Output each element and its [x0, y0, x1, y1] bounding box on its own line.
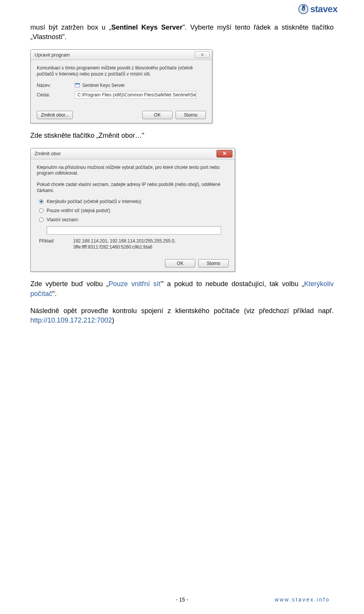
- example-value: 192.168.114.201, 192.168.114.201/255.255…: [73, 238, 229, 250]
- close-button[interactable]: ✕: [195, 51, 210, 58]
- path-label: Cesta:: [37, 92, 71, 98]
- page-footer: - 15 - www.stavex.info: [0, 597, 364, 603]
- change-scope-button[interactable]: Změnit obor...: [37, 111, 73, 119]
- dialog-description: Komunikaci s tímto programem můžete povo…: [37, 65, 206, 77]
- example-label: Příklad:: [39, 238, 69, 250]
- close-button[interactable]: ✕: [217, 150, 232, 157]
- cancel-button[interactable]: Storno: [176, 111, 206, 119]
- ok-button[interactable]: OK: [142, 111, 173, 119]
- brand-logo: stavex: [298, 4, 337, 14]
- path-value: C:\Program Files (x86)\Common Files\Safe…: [75, 91, 196, 99]
- page-number: - 15 -: [176, 597, 188, 603]
- ok-button[interactable]: OK: [165, 259, 195, 268]
- svg-rect-5: [75, 83, 80, 84]
- program-icon: [75, 83, 80, 88]
- footer-site: www.stavex.info: [275, 597, 330, 603]
- name-label: Název:: [37, 83, 71, 88]
- svg-point-3: [303, 8, 304, 10]
- brand-text: stavex: [310, 4, 337, 14]
- radio-icon: [39, 217, 44, 222]
- titlebar: Upravit program ✕: [31, 50, 212, 60]
- titlebar: Změnit obor ✕: [31, 148, 235, 159]
- paragraph-2: Zde stiskněte tlačítko „Změnit obor…": [30, 131, 334, 140]
- close-icon: ✕: [223, 151, 227, 156]
- custom-list-input[interactable]: [47, 226, 221, 235]
- change-scope-dialog: Změnit obor ✕ Klepnutím na příslušnou mo…: [30, 148, 235, 272]
- radio-label: Pouze vnitřní síť (stejná podsíť): [47, 208, 110, 213]
- cancel-button[interactable]: Storno: [198, 259, 229, 268]
- dialog-title: Změnit obor: [35, 151, 61, 156]
- radio-icon: [39, 199, 44, 204]
- dialog-description-1: Klepnutím na příslušnou možnost můžete v…: [37, 165, 229, 176]
- paragraph-4: Následně opět proveďte kontrolu spojení …: [30, 306, 334, 325]
- dialog-description-2: Pokud chcete zadat vlastní seznam, zadej…: [37, 182, 229, 194]
- radio-local-network[interactable]: Pouze vnitřní síť (stejná podsíť): [37, 208, 229, 213]
- close-icon: ✕: [201, 52, 204, 57]
- name-value: Sentinel Keys Server: [75, 83, 125, 88]
- radio-label: Kterýkoliv počítač (včetně počítačů v In…: [47, 199, 141, 204]
- edit-program-dialog: Upravit program ✕ Komunikaci s tímto pro…: [30, 49, 212, 123]
- dialog-title: Upravit program: [35, 52, 70, 58]
- radio-custom-list[interactable]: Vlastní seznam:: [37, 217, 229, 222]
- paragraph-1: musí být zatržen box u „Sentinel Keys Se…: [30, 23, 334, 42]
- cd-icon: [298, 4, 309, 14]
- paragraph-3: Zde vyberte buď volbu „Pouze vnitřní síť…: [30, 279, 334, 298]
- radio-any-computer[interactable]: Kterýkoliv počítač (včetně počítačů v In…: [37, 199, 229, 204]
- radio-icon: [39, 208, 44, 213]
- radio-label: Vlastní seznam:: [47, 217, 79, 222]
